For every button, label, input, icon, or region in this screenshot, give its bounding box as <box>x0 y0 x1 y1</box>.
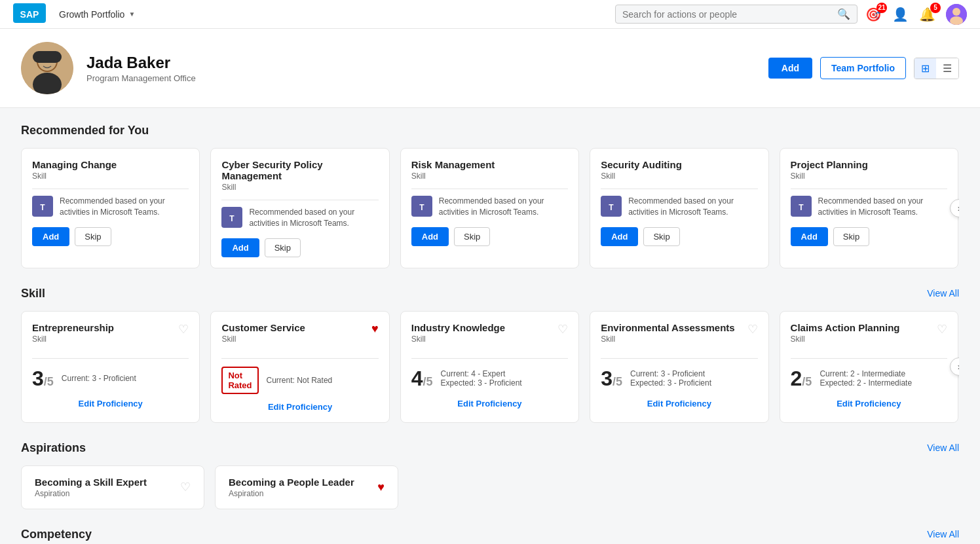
skill-rating-row-2: 4/5 Current: 4 - Expert Expected: 3 - Pr… <box>411 367 568 391</box>
skill-info-3: Current: 3 - Proficient Expected: 3 - Pr… <box>630 369 711 388</box>
favorite-icon-4[interactable]: ♡ <box>937 322 947 336</box>
rec-card-2: Risk Management Skill T Recommended base… <box>400 148 579 268</box>
edit-proficiency-4[interactable]: Edit Proficiency <box>791 399 947 408</box>
skill-info-1: Current: Not Rated <box>267 376 333 385</box>
favorite-icon-3[interactable]: ♡ <box>747 322 758 336</box>
header-icons: 🎯 21 👤 🔔 5 <box>865 4 967 25</box>
skill-rating-row-0: 3/5 Current: 3 - Proficient <box>32 367 189 391</box>
skill-score-2: 4/5 <box>411 367 433 391</box>
competency-view-all[interactable]: View All <box>927 529 959 539</box>
rec-add-btn-3[interactable]: Add <box>601 227 638 246</box>
skill-type-1: Skill <box>221 335 305 344</box>
profile-icon-wrapper[interactable]: 👤 <box>892 7 909 22</box>
rec-actions-2: Add Skip <box>411 227 568 246</box>
skill-info-4: Current: 2 - Intermediate Expected: 2 - … <box>820 369 912 388</box>
skill-title-1: Customer Service <box>221 322 305 333</box>
add-button[interactable]: Add <box>768 58 812 79</box>
skill-card-header-4: Claims Action Planning Skill ♡ <box>791 322 947 352</box>
edit-proficiency-1[interactable]: Edit Proficiency <box>221 402 378 412</box>
recommended-cards-row: Managing Change Skill T Recommended base… <box>21 148 959 268</box>
rec-card-title-0: Managing Change <box>32 159 189 170</box>
skill-score-4: 2/5 <box>791 367 812 391</box>
skill-expected-4: Expected: 2 - Intermediate <box>820 378 912 388</box>
profile-section: Jada Baker Program Management Office Add… <box>0 29 980 108</box>
rec-skip-btn-3[interactable]: Skip <box>643 227 679 246</box>
app-header: SAP Growth Portfolio ▼ 🔍 🎯 21 👤 🔔 5 <box>0 0 980 29</box>
rec-desc-0: Recommended based on your activities in … <box>60 196 189 218</box>
goals-icon-wrapper[interactable]: 🎯 21 <box>865 7 882 22</box>
rec-skip-btn-2[interactable]: Skip <box>454 227 490 246</box>
rec-add-btn-2[interactable]: Add <box>411 227 449 246</box>
aspiration-card-1: Becoming a People Leader Aspiration ♥ <box>215 465 398 509</box>
rec-card-type-0: Skill <box>32 172 189 181</box>
rec-desc-4: Recommended based on your activities in … <box>818 196 947 218</box>
skill-card-header-1: Customer Service Skill ♥ <box>221 322 378 352</box>
rec-card-body-0: T Recommended based on your activities i… <box>32 196 189 218</box>
skill-rating-row-1: NotRated Current: Not Rated <box>221 367 378 394</box>
rec-card-body-3: T Recommended based on your activities i… <box>601 196 757 218</box>
skill-title-3: Environmental Assessments <box>601 322 735 333</box>
goals-badge: 21 <box>876 3 887 13</box>
rec-add-btn-0[interactable]: Add <box>32 227 69 246</box>
rec-add-btn-4[interactable]: Add <box>791 227 828 246</box>
skill-current-2: Current: 4 - Expert <box>441 369 522 378</box>
rec-skip-btn-4[interactable]: Skip <box>833 227 869 246</box>
skill-section-header: Skill View All <box>21 287 959 300</box>
skill-title-4: Claims Action Planning <box>791 322 900 333</box>
svg-text:SAP: SAP <box>20 9 39 20</box>
competency-title: Competency <box>21 528 92 541</box>
search-bar: 🔍 <box>615 5 857 24</box>
notifications-badge: 5 <box>930 3 941 13</box>
asp-type-0: Aspiration <box>35 489 147 498</box>
skill-expected-2: Expected: 3 - Proficient <box>441 378 522 388</box>
list-view-button[interactable]: ☰ <box>936 58 958 79</box>
aspirations-view-all[interactable]: View All <box>927 443 959 453</box>
asp-favorite-0[interactable]: ♡ <box>180 480 191 494</box>
svg-text:T: T <box>230 214 235 223</box>
rec-card-type-1: Skill <box>221 183 378 192</box>
favorite-icon-2[interactable]: ♡ <box>557 322 568 336</box>
rec-card-type-3: Skill <box>601 172 757 181</box>
skill-current-1: Current: Not Rated <box>267 376 333 385</box>
favorite-icon-0[interactable]: ♡ <box>178 322 189 336</box>
skill-type-2: Skill <box>411 335 505 344</box>
search-icon[interactable]: 🔍 <box>837 8 850 20</box>
edit-proficiency-3[interactable]: Edit Proficiency <box>601 399 757 408</box>
rec-card-0: Managing Change Skill T Recommended base… <box>21 148 200 268</box>
rec-add-btn-1[interactable]: Add <box>221 238 259 257</box>
search-input[interactable] <box>622 9 837 20</box>
aspirations-title: Aspirations <box>21 441 86 455</box>
grid-view-button[interactable]: ⊞ <box>914 58 936 79</box>
profile-avatar <box>21 42 73 94</box>
notifications-wrapper[interactable]: 🔔 5 <box>919 7 935 22</box>
skill-card-0: Entrepreneurship Skill ♡ 3/5 Current: 3 … <box>21 311 200 423</box>
sap-logo[interactable]: SAP <box>13 3 59 25</box>
profile-info: Jada Baker Program Management Office <box>86 54 768 83</box>
skill-view-all[interactable]: View All <box>927 288 959 299</box>
avatar[interactable] <box>946 4 967 25</box>
edit-proficiency-2[interactable]: Edit Proficiency <box>411 399 568 408</box>
svg-text:T: T <box>799 203 804 212</box>
rec-card-type-2: Skill <box>411 172 568 181</box>
favorite-icon-1[interactable]: ♥ <box>371 322 379 336</box>
edit-proficiency-0[interactable]: Edit Proficiency <box>32 399 189 408</box>
rec-skip-btn-1[interactable]: Skip <box>265 238 301 257</box>
asp-favorite-1[interactable]: ♥ <box>377 481 385 494</box>
profile-name: Jada Baker <box>86 54 768 72</box>
rec-card-title-4: Project Planning <box>791 159 947 170</box>
skill-card-4: Claims Action Planning Skill ♡ 2/5 Curre… <box>780 311 958 423</box>
skill-card-2: Industry Knowledge Skill ♡ 4/5 Current: … <box>400 311 579 423</box>
svg-text:T: T <box>419 203 424 212</box>
rec-card-body-1: T Recommended based on your activities i… <box>221 207 378 229</box>
nav-dropdown[interactable]: Growth Portfolio ▼ <box>59 9 135 20</box>
skill-rating-row-3: 3/5 Current: 3 - Proficient Expected: 3 … <box>601 367 757 391</box>
profile-icon: 👤 <box>892 7 909 22</box>
skill-title-2: Industry Knowledge <box>411 322 505 333</box>
team-portfolio-button[interactable]: Team Portfolio <box>820 57 906 79</box>
aspiration-card-0: Becoming a Skill Expert Aspiration ♡ <box>21 465 204 509</box>
svg-point-3 <box>952 8 960 16</box>
rec-skip-btn-0[interactable]: Skip <box>75 227 111 246</box>
rec-card-type-4: Skill <box>791 172 947 181</box>
rec-card-title-2: Risk Management <box>411 159 568 170</box>
rec-card-body-4: T Recommended based on your activities i… <box>791 196 947 218</box>
